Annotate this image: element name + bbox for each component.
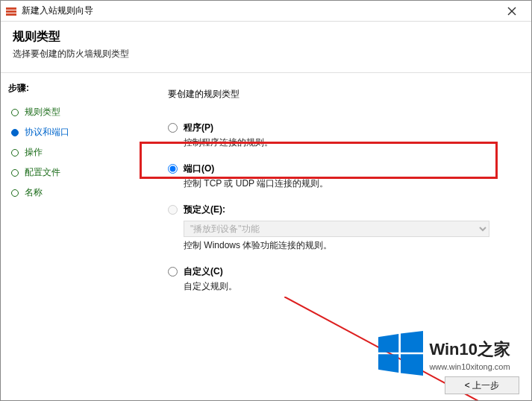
watermark-brand: Win10之家 bbox=[429, 338, 510, 361]
steps-sidebar: 步骤: 规则类型 协议和端口 操作 配置文件 名称 bbox=[1, 73, 150, 401]
windows-logo-icon bbox=[378, 331, 423, 378]
step-label: 名称 bbox=[25, 186, 43, 199]
option-predefined[interactable]: 预定义(E): "播放到设备"功能 控制 Windows 体验功能连接的规则。 bbox=[168, 203, 516, 252]
bullet-icon bbox=[11, 109, 19, 116]
option-desc: 控制程序连接的规则。 bbox=[184, 136, 516, 149]
main-prompt: 要创建的规则类型 bbox=[168, 88, 516, 101]
bullet-icon bbox=[11, 129, 19, 136]
window-title: 新建入站规则向导 bbox=[22, 4, 497, 17]
radio-program[interactable] bbox=[168, 123, 178, 133]
bullet-icon bbox=[11, 169, 19, 177]
predefined-select[interactable]: "播放到设备"功能 bbox=[184, 221, 489, 237]
step-label: 协议和端口 bbox=[25, 126, 69, 139]
step-protocol-ports[interactable]: 协议和端口 bbox=[8, 122, 143, 142]
step-rule-type[interactable]: 规则类型 bbox=[8, 102, 143, 122]
wizard-buttons: < 上一步 bbox=[440, 376, 519, 394]
option-label: 预定义(E): bbox=[184, 203, 225, 216]
steps-title: 步骤: bbox=[8, 82, 143, 95]
page-title: 规则类型 bbox=[13, 29, 519, 45]
step-label: 配置文件 bbox=[25, 166, 60, 179]
option-label: 程序(P) bbox=[184, 121, 213, 134]
radio-port[interactable] bbox=[168, 164, 178, 174]
radio-predefined[interactable] bbox=[168, 205, 178, 215]
option-desc: 控制 Windows 体验功能连接的规则。 bbox=[184, 239, 516, 252]
option-desc: 自定义规则。 bbox=[184, 280, 516, 293]
option-label: 自定义(C) bbox=[184, 265, 223, 278]
page-subtitle: 选择要创建的防火墙规则类型 bbox=[13, 48, 519, 60]
radio-custom[interactable] bbox=[168, 267, 178, 277]
close-button[interactable] bbox=[497, 1, 527, 22]
titlebar: 新建入站规则向导 bbox=[1, 1, 531, 22]
firewall-icon bbox=[5, 5, 17, 17]
svg-rect-1 bbox=[6, 10, 16, 13]
wizard-window: 新建入站规则向导 规则类型 选择要创建的防火墙规则类型 步骤: 规则类型 协议和… bbox=[0, 0, 532, 401]
svg-rect-2 bbox=[6, 13, 16, 16]
option-desc: 控制 TCP 或 UDP 端口连接的规则。 bbox=[184, 177, 516, 190]
step-label: 操作 bbox=[25, 146, 43, 159]
step-label: 规则类型 bbox=[25, 106, 60, 119]
back-button[interactable]: < 上一步 bbox=[445, 376, 519, 394]
option-program[interactable]: 程序(P) 控制程序连接的规则。 bbox=[168, 121, 516, 149]
svg-rect-0 bbox=[6, 7, 16, 10]
watermark-url: www.win10xitong.com bbox=[429, 362, 510, 371]
watermark: Win10之家 www.win10xitong.com bbox=[378, 331, 510, 378]
bullet-icon bbox=[11, 189, 19, 197]
option-port[interactable]: 端口(O) 控制 TCP 或 UDP 端口连接的规则。 bbox=[168, 162, 516, 190]
step-profile[interactable]: 配置文件 bbox=[8, 162, 143, 183]
step-action[interactable]: 操作 bbox=[8, 142, 143, 162]
option-custom[interactable]: 自定义(C) 自定义规则。 bbox=[168, 265, 516, 293]
wizard-header: 规则类型 选择要创建的防火墙规则类型 bbox=[1, 22, 531, 72]
bullet-icon bbox=[11, 149, 19, 157]
option-label: 端口(O) bbox=[184, 162, 214, 175]
step-name[interactable]: 名称 bbox=[8, 183, 143, 203]
